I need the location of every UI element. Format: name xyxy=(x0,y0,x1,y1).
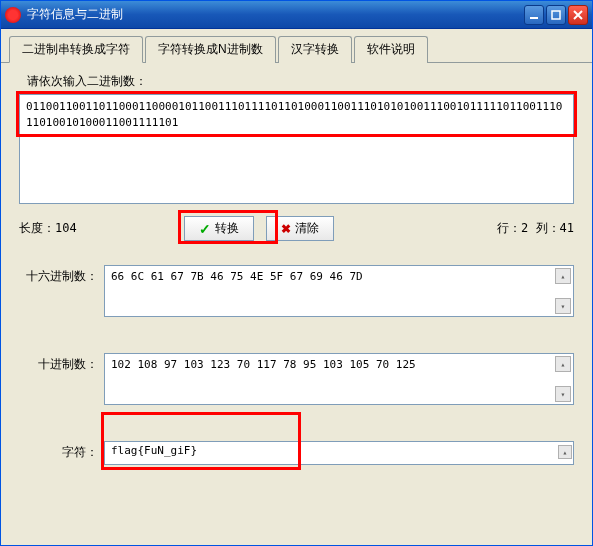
dec-scrollbar[interactable]: ▴ ▾ xyxy=(555,356,571,402)
clear-button[interactable]: ✖ 清除 xyxy=(266,216,334,241)
tab-char-to-nary[interactable]: 字符转换成N进制数 xyxy=(145,36,276,63)
tab-hanzi-convert[interactable]: 汉字转换 xyxy=(278,36,352,63)
window-title: 字符信息与二进制 xyxy=(27,6,524,23)
svg-rect-1 xyxy=(552,11,560,19)
convert-label: 转换 xyxy=(215,220,239,237)
dec-value: 102 108 97 103 123 70 117 78 95 103 105 … xyxy=(111,358,416,371)
highlight-char-output xyxy=(101,412,301,470)
app-window: 字符信息与二进制 二进制串转换成字符 字符转换成N进制数 汉字转换 软件说明 请… xyxy=(0,0,593,546)
x-icon: ✖ xyxy=(281,222,291,236)
hex-label: 十六进制数： xyxy=(19,265,104,317)
hex-scrollbar[interactable]: ▴ ▾ xyxy=(555,268,571,314)
scroll-up-icon[interactable]: ▴ xyxy=(555,268,571,284)
maximize-icon xyxy=(551,10,561,20)
convert-button[interactable]: ✓ 转换 xyxy=(184,216,254,241)
input-prompt: 请依次输入二进制数： xyxy=(27,73,574,90)
minimize-button[interactable] xyxy=(524,5,544,25)
scroll-down-icon[interactable]: ▾ xyxy=(555,298,571,314)
status-row: 长度：104 ✓ 转换 ✖ 清除 行：2 列：41 xyxy=(19,216,574,241)
tab-bar: 二进制串转换成字符 字符转换成N进制数 汉字转换 软件说明 xyxy=(1,29,592,63)
scroll-down-icon[interactable]: ▾ xyxy=(555,386,571,402)
hex-row: 十六进制数： 66 6C 61 67 7B 46 75 4E 5F 67 69 … xyxy=(19,265,574,317)
dec-output[interactable]: 102 108 97 103 123 70 117 78 95 103 105 … xyxy=(104,353,574,405)
dec-row: 十进制数： 102 108 97 103 123 70 117 78 95 10… xyxy=(19,353,574,405)
window-controls xyxy=(524,5,588,25)
char-value: flag{FuN_giF} xyxy=(111,444,197,457)
maximize-button[interactable] xyxy=(546,5,566,25)
hex-output[interactable]: 66 6C 61 67 7B 46 75 4E 5F 67 69 46 7D ▴… xyxy=(104,265,574,317)
output-section: 十六进制数： 66 6C 61 67 7B 46 75 4E 5F 67 69 … xyxy=(19,265,574,465)
binary-input[interactable] xyxy=(19,94,574,204)
app-icon xyxy=(5,7,21,23)
length-label: 长度： xyxy=(19,221,55,235)
check-icon: ✓ xyxy=(199,221,211,237)
char-label: 字符： xyxy=(19,441,104,465)
scroll-up-icon[interactable]: ▴ xyxy=(558,445,572,459)
tab-binary-to-char[interactable]: 二进制串转换成字符 xyxy=(9,36,143,63)
titlebar: 字符信息与二进制 xyxy=(1,1,592,29)
input-area xyxy=(19,94,574,208)
dec-label: 十进制数： xyxy=(19,353,104,405)
rowcol-display: 行：2 列：41 xyxy=(497,220,574,237)
tab-about[interactable]: 软件说明 xyxy=(354,36,428,63)
char-output[interactable]: flag{FuN_giF} ▴ xyxy=(104,441,574,465)
char-scrollbar[interactable]: ▴ xyxy=(558,445,572,459)
minimize-icon xyxy=(529,10,539,20)
length-display: 长度：104 xyxy=(19,220,184,237)
close-button[interactable] xyxy=(568,5,588,25)
char-row: 字符： flag{FuN_giF} ▴ xyxy=(19,441,574,465)
svg-rect-0 xyxy=(530,17,538,19)
button-group: ✓ 转换 ✖ 清除 xyxy=(184,216,334,241)
close-icon xyxy=(573,10,583,20)
scroll-up-icon[interactable]: ▴ xyxy=(555,356,571,372)
length-value: 104 xyxy=(55,221,77,235)
content-panel: 请依次输入二进制数： 长度：104 ✓ 转换 ✖ 清除 行：2 列 xyxy=(1,63,592,545)
clear-label: 清除 xyxy=(295,220,319,237)
hex-value: 66 6C 61 67 7B 46 75 4E 5F 67 69 46 7D xyxy=(111,270,363,283)
